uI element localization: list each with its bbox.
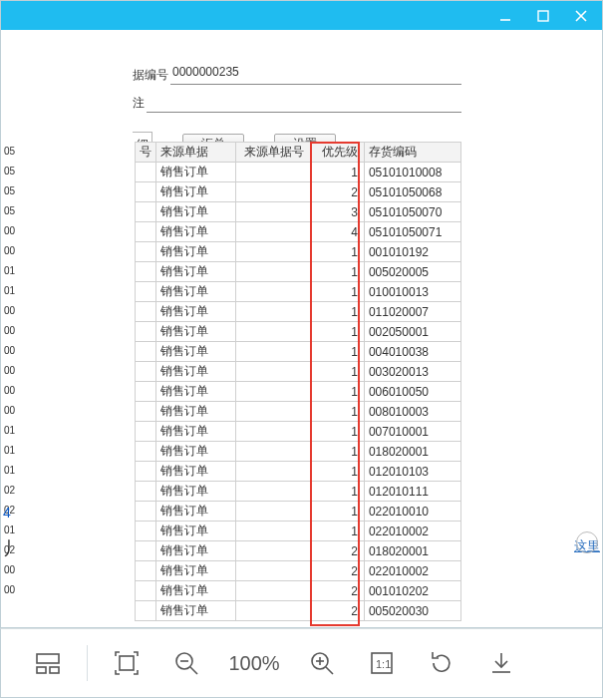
cell-inventory: 05101050070	[364, 202, 460, 222]
cell-seq	[136, 522, 156, 541]
cell-seq	[136, 581, 156, 601]
table-row[interactable]: 销售订单2018020001	[136, 541, 461, 561]
col-sourceno[interactable]: 来源单据号	[236, 143, 312, 163]
cell-inventory: 011020007	[364, 302, 460, 322]
table-row[interactable]: 销售订单1004010038	[136, 342, 461, 362]
cell-seq	[136, 462, 156, 482]
table-row[interactable]: 销售订单105101010008	[136, 163, 461, 182]
col-source[interactable]: 来源单据	[156, 143, 236, 163]
cell-seq	[136, 342, 156, 362]
table-row[interactable]: 销售订单1003020013	[136, 362, 461, 382]
cell-source: 销售订单	[156, 302, 236, 322]
divider	[87, 645, 88, 681]
cell-seq	[136, 163, 156, 182]
svg-text:1:1: 1:1	[376, 658, 391, 670]
close-button[interactable]	[562, 2, 600, 30]
cell-source: 销售订单	[156, 482, 236, 502]
table-row[interactable]: 销售订单1002050001	[136, 322, 461, 342]
table-row[interactable]: 销售订单1022010010	[136, 502, 461, 522]
table-row[interactable]: 销售订单1012010111	[136, 482, 461, 502]
cell-inventory: 05101010008	[364, 163, 460, 182]
table-row[interactable]: 销售订单1008010003	[136, 402, 461, 422]
cell-sourceno	[236, 282, 312, 302]
svg-rect-6	[50, 667, 59, 673]
maximize-button[interactable]	[524, 2, 562, 30]
cell-inventory: 022010002	[364, 561, 460, 581]
minimize-button[interactable]	[486, 2, 524, 30]
floating-circle[interactable]	[576, 531, 598, 553]
table-row[interactable]: 销售订单2005020030	[136, 601, 461, 621]
table-row[interactable]: 销售订单1012010103	[136, 462, 461, 482]
table-row[interactable]: 销售订单1006010050	[136, 382, 461, 402]
cell-inventory: 05101050071	[364, 222, 460, 242]
table-row[interactable]: 销售订单1018020001	[136, 442, 461, 462]
col-seq[interactable]: 号	[136, 143, 156, 163]
viewer-toolbar: 100% 1:1	[0, 628, 603, 698]
thumbnails-icon	[34, 649, 62, 677]
remark-field[interactable]	[147, 93, 461, 113]
table-row[interactable]: 销售订单305101050070	[136, 202, 461, 222]
cell-seq	[136, 422, 156, 442]
table-row[interactable]: 销售订单1010010013	[136, 282, 461, 302]
zoom-in-button[interactable]	[295, 636, 349, 690]
table-row[interactable]: 销售订单2001010202	[136, 581, 461, 601]
cell-sourceno	[236, 163, 312, 182]
svg-rect-4	[37, 654, 59, 663]
cell-priority: 2	[312, 581, 365, 601]
cell-sourceno	[236, 362, 312, 382]
cell-inventory: 001010202	[364, 581, 460, 601]
cell-source: 销售订单	[156, 163, 236, 182]
svg-line-9	[190, 667, 197, 674]
cell-inventory: 012010111	[364, 482, 460, 502]
cell-inventory: 018020001	[364, 442, 460, 462]
cell-seq	[136, 322, 156, 342]
thumbnails-button[interactable]	[21, 636, 75, 690]
col-inventory[interactable]: 存货编码	[364, 143, 460, 163]
side-link[interactable]: 4	[3, 505, 11, 521]
rotate-button[interactable]	[415, 636, 468, 690]
cell-inventory: 022010002	[364, 522, 460, 541]
cell-sourceno	[236, 402, 312, 422]
cell-source: 销售订单	[156, 342, 236, 362]
cell-seq	[136, 182, 156, 202]
table-row[interactable]: 销售订单2022010002	[136, 561, 461, 581]
cell-priority: 1	[312, 163, 365, 182]
zoom-out-icon	[172, 649, 200, 677]
minimize-icon	[498, 9, 512, 23]
svg-rect-1	[538, 11, 548, 21]
cell-inventory: 005020005	[364, 262, 460, 282]
cell-sourceno	[236, 541, 312, 561]
cell-source: 销售订单	[156, 522, 236, 541]
cell-sourceno	[236, 302, 312, 322]
content-area: 0505050500000101000000000000010101020201…	[0, 30, 603, 628]
cell-seq	[136, 262, 156, 282]
cell-inventory: 006010050	[364, 382, 460, 402]
cell-sourceno	[236, 222, 312, 242]
cell-priority: 2	[312, 182, 365, 202]
cell-sourceno	[236, 202, 312, 222]
table-row[interactable]: 销售订单205101050068	[136, 182, 461, 202]
cell-seq	[136, 541, 156, 561]
table-row[interactable]: 销售订单1011020007	[136, 302, 461, 322]
table-row[interactable]: 销售订单1005020005	[136, 262, 461, 282]
table-row[interactable]: 销售订单405101050071	[136, 222, 461, 242]
col-priority[interactable]: 优先级	[312, 143, 365, 163]
table-row[interactable]: 销售订单1001010192	[136, 242, 461, 262]
download-button[interactable]	[474, 636, 528, 690]
zoom-out-button[interactable]	[159, 636, 213, 690]
doc-no-label: 据编号	[133, 67, 168, 84]
cell-inventory: 003020013	[364, 362, 460, 382]
table-row[interactable]: 销售订单1007010001	[136, 422, 461, 442]
cell-source: 销售订单	[156, 362, 236, 382]
fullscreen-button[interactable]	[100, 636, 153, 690]
cell-seq	[136, 502, 156, 522]
cell-source: 销售订单	[156, 462, 236, 482]
zoom-level[interactable]: 100%	[219, 652, 289, 675]
cell-sourceno	[236, 581, 312, 601]
table-row[interactable]: 销售订单1022010002	[136, 522, 461, 541]
doc-no-field[interactable]: 0000000235	[170, 65, 461, 85]
cell-source: 销售订单	[156, 502, 236, 522]
cell-priority: 1	[312, 442, 365, 462]
cell-source: 销售订单	[156, 262, 236, 282]
actual-size-button[interactable]: 1:1	[355, 636, 409, 690]
